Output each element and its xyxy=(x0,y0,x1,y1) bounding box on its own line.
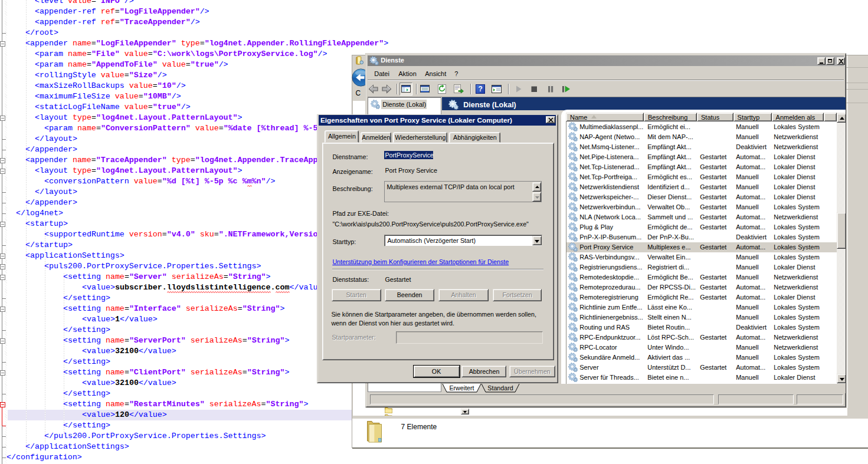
svg-text:Standard: Standard xyxy=(487,384,513,391)
svg-text:Erweitert: Erweitert xyxy=(450,384,474,391)
